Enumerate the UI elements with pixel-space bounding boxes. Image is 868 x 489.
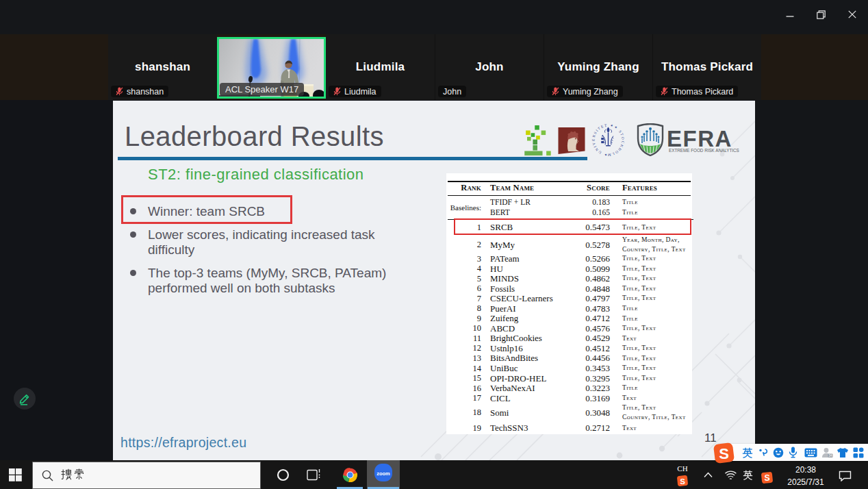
start-button[interactable] bbox=[3, 463, 27, 486]
ime-user-button[interactable]: 34 bbox=[819, 444, 835, 461]
cell-features: Title, Text bbox=[610, 294, 692, 303]
table-row: 8PuerAI0.4783Title bbox=[446, 303, 692, 314]
close-button[interactable] bbox=[842, 7, 863, 22]
table-row: 10ABCD0.4576Title, Text bbox=[446, 323, 692, 334]
participant-label-text: ACL Speaker W17 bbox=[225, 84, 298, 95]
user-icon: 34 bbox=[821, 447, 833, 458]
participant-label-text: Thomas Pickard bbox=[672, 87, 733, 97]
zoom-app-button[interactable]: zoom bbox=[367, 460, 400, 489]
cell-features: Text bbox=[610, 394, 692, 403]
tray-network-button[interactable] bbox=[722, 468, 739, 481]
emoji-icon bbox=[773, 447, 784, 458]
tray-sogou-icon[interactable]: S bbox=[676, 475, 688, 486]
ime-toolbox-button[interactable] bbox=[850, 444, 867, 461]
ime-lang-toggle[interactable] bbox=[739, 444, 756, 461]
feature-line: Text bbox=[622, 334, 692, 344]
participant-tile[interactable]: shanshanshanshan bbox=[108, 34, 217, 100]
table-row: 4HU0.5099Title, Text bbox=[446, 264, 692, 274]
svg-text:zoom: zoom bbox=[376, 470, 390, 476]
pencil-icon bbox=[18, 392, 31, 405]
close-icon bbox=[848, 10, 856, 18]
participant-tile[interactable]: JohnJohn bbox=[435, 34, 544, 100]
participant-label: John bbox=[438, 86, 466, 97]
project-link[interactable]: https://efraproject.eu bbox=[120, 435, 246, 451]
cell-features: Title bbox=[610, 209, 692, 216]
feature-line: Text bbox=[622, 394, 692, 403]
ime-emoji-button[interactable] bbox=[770, 444, 786, 461]
table-row: 11BrightCookies0.4529Text bbox=[446, 333, 692, 343]
participant-tile-video[interactable]: ACL Speaker W17 bbox=[217, 37, 326, 99]
cell-team: MyMy bbox=[481, 240, 565, 251]
search-placeholder bbox=[61, 468, 85, 482]
presentation-slide: Leaderboard Results bbox=[113, 101, 755, 460]
left-letterbox bbox=[0, 100, 113, 460]
svg-text:34: 34 bbox=[828, 454, 832, 457]
table-row: 16VerbaNexAI0.3223Title bbox=[446, 383, 692, 393]
table-row: 3PATeam0.5266Title, Text bbox=[446, 253, 692, 264]
action-center-button[interactable] bbox=[835, 469, 854, 483]
table-header-row: Rank Team Name Score Features bbox=[446, 181, 692, 195]
minimize-icon bbox=[786, 10, 794, 18]
sogou-logo-button[interactable]: S bbox=[712, 441, 735, 464]
search-placeholder-glyphs bbox=[61, 468, 85, 480]
participant-tile[interactable]: Thomas PickardThomas Pickard bbox=[652, 34, 761, 100]
cell-rank: 19 bbox=[446, 423, 481, 434]
tray-chevron-button[interactable] bbox=[700, 468, 715, 481]
participant-name: Liudmila bbox=[326, 60, 435, 74]
feature-line: Title, Text bbox=[622, 274, 692, 284]
tray-ime-lang-button[interactable] bbox=[741, 468, 755, 481]
tray-clock-date[interactable]: 2025/7/31 bbox=[783, 477, 828, 487]
cell-rank: 8 bbox=[446, 303, 481, 314]
svg-text:S: S bbox=[680, 477, 685, 485]
cell-rank: 10 bbox=[446, 323, 481, 334]
ime-punctuation-button[interactable] bbox=[755, 444, 770, 461]
participant-label: Liudmila bbox=[329, 86, 381, 97]
feature-line: Title, Text bbox=[622, 284, 692, 294]
punctuation-icon bbox=[758, 448, 768, 457]
minimize-button[interactable] bbox=[780, 7, 800, 22]
cell-features: Title bbox=[610, 304, 692, 314]
baselines-label: Baselines: bbox=[446, 196, 481, 219]
feature-line: Title bbox=[622, 304, 692, 314]
restore-button[interactable] bbox=[810, 7, 831, 22]
cell-rank: 3 bbox=[446, 254, 481, 264]
ime-toolbar: S bbox=[716, 444, 868, 461]
cell-rank: 16 bbox=[446, 384, 481, 394]
ime-skin-button[interactable] bbox=[834, 444, 851, 461]
chrome-button[interactable] bbox=[338, 463, 361, 486]
participant-tile[interactable]: Yuming ZhangYuming Zhang bbox=[544, 34, 652, 100]
cell-features: Title, Text bbox=[610, 284, 692, 294]
participant-tile[interactable]: LiudmilaLiudmila bbox=[326, 34, 435, 100]
tray-sogou2-icon[interactable]: S bbox=[760, 471, 774, 484]
cortana-button[interactable] bbox=[271, 463, 294, 486]
cell-features: Title, TextCountry, Title, Text bbox=[610, 403, 692, 422]
cell-features: Title, Text bbox=[610, 274, 692, 284]
cell-features: Title, Text bbox=[610, 264, 692, 274]
cell-team: BERT bbox=[481, 208, 565, 216]
restore-icon bbox=[817, 10, 826, 19]
annotate-button[interactable] bbox=[14, 388, 36, 410]
cell-rank: 14 bbox=[446, 364, 481, 374]
cell-features: Title, Text bbox=[610, 374, 692, 384]
taskbar-search[interactable] bbox=[32, 462, 261, 489]
col-header-team: Team Name bbox=[481, 183, 565, 193]
sogou-icon-small2: S bbox=[761, 472, 773, 484]
muted-mic-icon bbox=[552, 87, 559, 96]
wifi-signal-icon bbox=[724, 470, 737, 480]
tray-ime-mode[interactable]: CH bbox=[674, 464, 691, 473]
ime-voice-button[interactable] bbox=[785, 444, 800, 461]
tray-clock-time[interactable]: 20:38 bbox=[783, 465, 828, 475]
participant-label: ACL Speaker W17 bbox=[220, 83, 304, 96]
participant-label-text: Yuming Zhang bbox=[563, 87, 618, 97]
cell-team: TFIDF + LR bbox=[481, 198, 565, 206]
baseline-row: BERT0.165Title bbox=[481, 208, 692, 218]
cell-features: Title, Text bbox=[610, 324, 692, 334]
cjk-ying-icon bbox=[743, 470, 753, 480]
bullet-item: Winner: team SRCB bbox=[148, 204, 265, 219]
keyboard-icon bbox=[804, 448, 817, 457]
ime-keyboard-button[interactable] bbox=[802, 444, 819, 461]
task-view-button[interactable] bbox=[303, 463, 326, 486]
table-row: 14UniBuc0.3453Title, Text bbox=[446, 363, 692, 373]
cell-features: Title, Text bbox=[610, 344, 692, 353]
cell-features: Title, Text bbox=[610, 354, 692, 364]
